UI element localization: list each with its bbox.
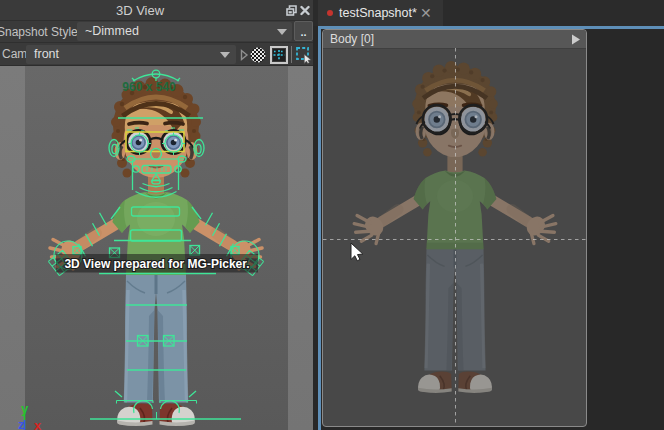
- svg-text:x: x: [34, 418, 42, 430]
- svg-text:960 x 540: 960 x 540: [122, 80, 176, 94]
- svg-text:z: z: [18, 417, 25, 430]
- svg-text:3D View prepared for MG-Picker: 3D View prepared for MG-Picker.: [64, 257, 249, 271]
